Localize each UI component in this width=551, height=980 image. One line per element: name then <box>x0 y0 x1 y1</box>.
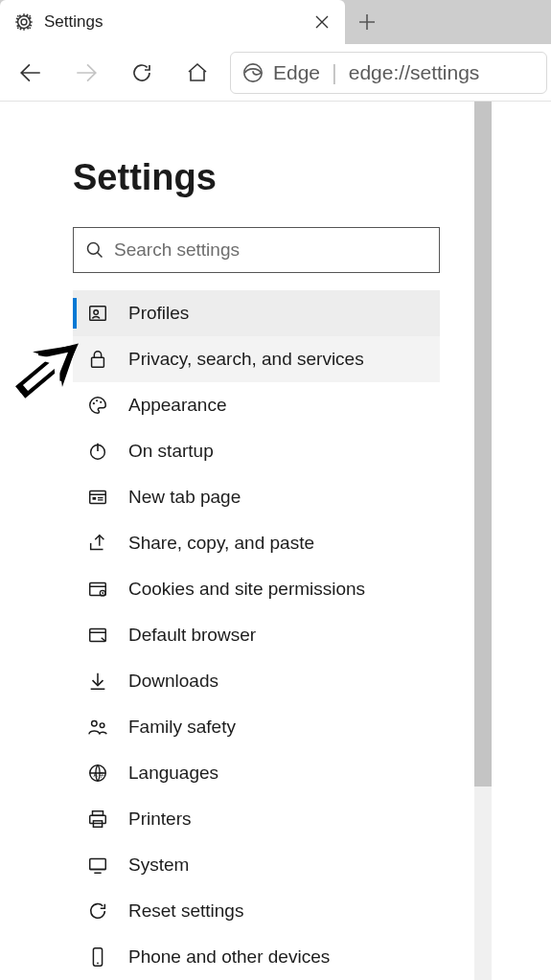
browser-toolbar: Edge | edge://settings <box>0 44 551 102</box>
svg-point-0 <box>21 19 27 25</box>
nav-item-label: On startup <box>128 441 214 462</box>
nav-item-palette[interactable]: Appearance <box>73 382 440 428</box>
gear-icon <box>13 11 34 33</box>
search-icon <box>85 240 104 260</box>
nav-item-label: Family safety <box>128 717 236 738</box>
nav-item-phone[interactable]: Phone and other devices <box>73 934 440 980</box>
address-url: edge://settings <box>349 61 480 84</box>
settings-search-box[interactable] <box>73 227 440 273</box>
svg-point-2 <box>88 243 100 255</box>
page-title: Settings <box>73 157 492 198</box>
newtab-icon <box>86 486 109 509</box>
browser-icon <box>86 624 109 647</box>
scrollbar-thumb[interactable] <box>474 102 492 786</box>
edge-logo-icon <box>242 62 264 83</box>
home-button[interactable] <box>171 46 224 100</box>
nav-item-reset[interactable]: Reset settings <box>73 888 440 934</box>
close-tab-button[interactable] <box>309 9 335 35</box>
reset-icon <box>86 900 109 923</box>
tab-title: Settings <box>44 12 299 32</box>
palette-icon <box>86 394 109 417</box>
system-icon <box>86 854 109 877</box>
share-icon <box>86 532 109 555</box>
browser-tab-settings[interactable]: Settings <box>0 0 345 44</box>
scrollbar[interactable] <box>474 102 492 980</box>
content-pane <box>492 102 551 980</box>
nav-item-family[interactable]: Family safety <box>73 704 440 750</box>
cookies-icon <box>86 578 109 601</box>
download-icon <box>86 670 109 693</box>
family-icon <box>86 716 109 739</box>
printer-icon <box>86 808 109 831</box>
nav-item-system[interactable]: System <box>73 842 440 888</box>
nav-item-power[interactable]: On startup <box>73 428 440 474</box>
profile-icon <box>86 302 109 325</box>
nav-item-browser[interactable]: Default browser <box>73 612 440 658</box>
nav-item-share[interactable]: Share, copy, and paste <box>73 520 440 566</box>
nav-item-label: Reset settings <box>128 900 243 922</box>
nav-item-label: Default browser <box>128 625 256 646</box>
forward-button[interactable] <box>59 46 113 100</box>
nav-item-label: Share, copy, and paste <box>128 533 314 554</box>
search-input[interactable] <box>114 239 427 261</box>
address-brand: Edge <box>273 61 320 84</box>
nav-item-label: Languages <box>128 763 218 784</box>
nav-item-label: Privacy, search, and services <box>128 349 364 370</box>
refresh-button[interactable] <box>115 46 169 100</box>
nav-item-label: Profiles <box>128 303 189 324</box>
address-bar[interactable]: Edge | edge://settings <box>230 52 547 94</box>
nav-item-label: Cookies and site permissions <box>128 579 365 600</box>
nav-item-newtab[interactable]: New tab page <box>73 474 440 520</box>
nav-item-label: New tab page <box>128 487 241 508</box>
power-icon <box>86 440 109 463</box>
back-button[interactable] <box>4 46 57 100</box>
nav-item-printer[interactable]: Printers <box>73 796 440 842</box>
nav-item-label: Downloads <box>128 671 218 692</box>
new-tab-button[interactable] <box>345 0 389 44</box>
lock-icon <box>86 348 109 371</box>
phone-icon <box>86 946 109 969</box>
settings-nav: ProfilesPrivacy, search, and servicesApp… <box>73 290 440 980</box>
nav-item-profile[interactable]: Profiles <box>73 290 440 336</box>
nav-item-label: Appearance <box>128 395 226 416</box>
nav-item-label: System <box>128 855 189 876</box>
nav-item-label: Printers <box>128 809 191 830</box>
nav-item-download[interactable]: Downloads <box>73 658 440 704</box>
nav-item-languages[interactable]: Languages <box>73 750 440 796</box>
nav-item-label: Phone and other devices <box>128 946 330 968</box>
address-separator: | <box>330 60 339 85</box>
tab-strip: Settings <box>0 0 551 44</box>
settings-page: Settings ProfilesPrivacy, search, and se… <box>0 102 492 980</box>
nav-item-cookies[interactable]: Cookies and site permissions <box>73 566 440 612</box>
languages-icon <box>86 762 109 785</box>
nav-item-lock[interactable]: Privacy, search, and services <box>73 336 440 382</box>
